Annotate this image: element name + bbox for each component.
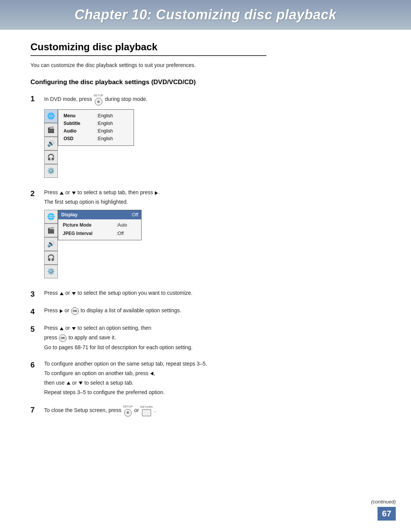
arrow-up-icon-2a [60,192,64,195]
step-4-content: Press or OK to display a list of availab… [44,307,266,316]
setup-button-7-wrapper: SETUP ⊕ [123,405,133,417]
menu2-value-1: :Off [115,229,137,238]
menu2-label-0: Picture Mode [61,221,115,229]
page-footer: (continued) 67 [371,499,396,521]
menu2-header: Display :Off [58,210,141,219]
step-6-text1: To configure another option on the same … [44,360,266,368]
menu2-label-1: JPEG Interval [61,229,115,238]
step-5-text3: Go to pages 68-71 for list of descriptio… [44,343,266,351]
menu1-content: Menu :English Subtitle :English Audio :E… [58,109,134,146]
menu2-value-0: :Auto [115,221,137,229]
step-5-text: Press or to select an option setting, th… [44,324,266,332]
steps-list: 1 In DVD mode, press SETUP ⊕ during stop… [30,94,266,418]
step-number-7: 7 [30,404,41,415]
arrow-up-icon-3 [60,292,64,295]
menu1-box: 🌐 🎬 🔊 🎧 ⚙️ Menu :English [44,109,266,178]
menu2-table: Picture Mode :Auto JPEG Interval :Off [61,221,137,238]
menu1-value-0: :English [95,112,127,120]
menu2-row-0: Picture Mode :Auto [61,221,137,229]
setup-label: SETUP [94,94,104,98]
menu-icon-settings: ⚙️ [44,164,58,178]
step-2-content: Press or to select a setup tab, then pre… [44,189,266,282]
menu2-icon-subtitle: 🎬 [44,224,58,237]
menu1-label-3: OSD [62,135,95,142]
chapter-header: Chapter 10: Customizing disc playback [0,0,411,30]
menu1-row-3: OSD :English [62,135,127,142]
step-number-5: 5 [30,323,41,335]
arrow-down-icon-6 [79,382,83,385]
ok-icon-5: OK [59,334,67,342]
step-7-content: To close the Setup screen, press SETUP ⊕… [44,405,266,419]
step-number-4: 4 [30,306,41,317]
step-2-subtext: The first setup option is highlighted. [44,198,266,206]
intro-text: You can customize the disc playback sett… [30,61,266,69]
chapter-title: Chapter 10: Customizing disc playback [15,7,396,23]
return-icon [142,409,151,416]
menu2-icon-headphone: 🎧 [44,251,58,265]
step-1-content: In DVD mode, press SETUP ⊕ during stop m… [44,94,266,182]
step-6-text2: To configure an option on another tab, p… [44,369,266,377]
menu1-row-0: Menu :English [62,112,127,120]
setup-icon-7: ⊕ [124,409,132,417]
arrow-down-icon-3 [72,292,76,295]
step-2-text: Press or to select a setup tab, then pre… [44,189,266,197]
arrow-down-icon-5 [72,327,76,330]
menu1-label-2: Audio [62,127,95,135]
menu1-value-2: :English [95,127,127,135]
menu1-icons: 🌐 🎬 🔊 🎧 ⚙️ [44,109,58,178]
step-number-2: 2 [30,188,41,199]
step-6-text3: then use or to select a setup tab. [44,379,266,387]
arrow-right-icon-2 [155,191,158,195]
continued-text: (continued) [371,499,396,505]
menu1-value-1: :English [95,120,127,127]
step-number-3: 3 [30,288,41,300]
step-5: 5 Press or to select an option setting, … [30,324,266,353]
menu-icon-headphone: 🎧 [44,150,58,164]
step-3: 3 Press or to select the setup option yo… [30,289,266,300]
menu1-row-1: Subtitle :English [62,120,127,127]
menu2-icon-audio: 🔊 [44,237,58,251]
setup-button-wrapper: SETUP ⊕ [94,94,104,106]
step-6-content: To configure another option on the same … [44,360,266,398]
menu-icon-subtitle: 🎬 [44,123,58,137]
main-content: Customizing disc playback You can custom… [0,30,297,448]
ok-icon-4: OK [71,307,79,315]
arrow-left-icon-6 [150,372,153,375]
step-6: 6 To configure another option on the sam… [30,360,266,398]
step-4-text: Press or OK to display a list of availab… [44,307,266,315]
setup-label-7: SETUP [123,405,133,409]
menu1-table: Menu :English Subtitle :English Audio :E… [62,112,127,142]
menu1-value-3: :English [95,135,127,142]
step-6-text4: Repeat steps 3–5 to configure the prefer… [44,388,266,396]
section-title: Customizing disc playback [30,41,266,56]
setup-icon: ⊕ [95,98,102,105]
step-3-content: Press or to select the setup option you … [44,289,266,299]
menu2-box: 🌐 🎬 🔊 🎧 ⚙️ Display :Off [44,210,266,278]
return-button-wrapper: RETURN [140,405,153,417]
menu-icon-globe: 🌐 [44,109,58,123]
menu2-row-1: JPEG Interval :Off [61,229,137,238]
step-1-text: In DVD mode, press SETUP ⊕ during stop m… [44,94,266,106]
arrow-up-icon-5 [60,327,64,330]
step-5-text2: press OK to apply and save it. [44,334,266,342]
step-4: 4 Press or OK to display a list of avail… [30,307,266,317]
step-3-text: Press or to select the setup option you … [44,289,266,297]
menu2-header-label: Display [61,211,78,218]
arrow-up-icon-6 [67,382,70,385]
return-label: RETURN [140,405,153,409]
step-1: 1 In DVD mode, press SETUP ⊕ during stop… [30,94,266,182]
menu2-icon-globe: 🌐 [44,210,58,224]
menu2-icon-settings: ⚙️ [44,265,58,278]
page-number: 67 [378,507,396,521]
menu2-icons: 🌐 🎬 🔊 🎧 ⚙️ [44,210,58,278]
step-7: 7 To close the Setup screen, press SETUP… [30,405,266,419]
step-number-1: 1 [30,93,41,104]
menu-icon-audio: 🔊 [44,137,58,150]
step-5-content: Press or to select an option setting, th… [44,324,266,353]
arrow-down-icon-2a [72,192,76,195]
menu1-row-2: Audio :English [62,127,127,135]
menu2-display-box: Display :Off Picture Mode :Auto JPEG Int [58,210,142,240]
step-7-text: To close the Setup screen, press SETUP ⊕… [44,405,266,417]
subsection-title: Configuring the disc playback settings (… [30,78,266,87]
menu2-body: Picture Mode :Auto JPEG Interval :Off [58,219,141,240]
